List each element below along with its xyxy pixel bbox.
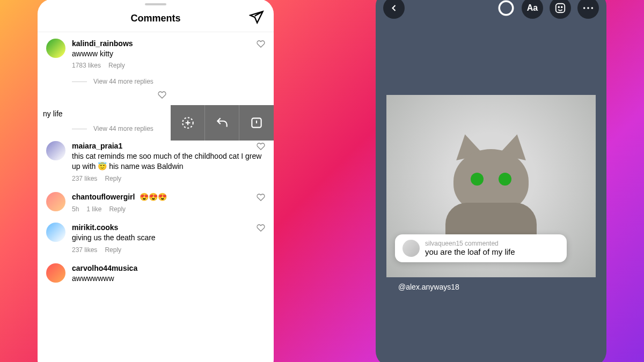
avatar xyxy=(402,240,420,257)
cat-illustration xyxy=(443,133,539,251)
svg-point-8 xyxy=(591,7,594,9)
avatar[interactable] xyxy=(46,263,65,283)
comment-text: this cat reminds me soo much of the chil… xyxy=(72,151,265,172)
username[interactable]: kalindi_rainbows xyxy=(72,39,133,48)
draw-tool-icon[interactable] xyxy=(497,0,515,17)
sticker-tool-icon[interactable] xyxy=(550,0,571,19)
story-editor-screen: Aa silvaqueen15 commented you are the lo… xyxy=(376,0,606,362)
username[interactable]: chantouflowergirl xyxy=(72,193,135,201)
svg-point-7 xyxy=(587,7,589,9)
username[interactable]: carvolho44musica xyxy=(72,264,137,272)
comment-list: kalindi_rainbows awwww kitty 1783 likes … xyxy=(38,32,274,287)
avatar[interactable] xyxy=(46,141,65,160)
comment-item: carvolho44musica awwwwwww xyxy=(38,257,274,287)
back-button[interactable] xyxy=(383,0,405,19)
svg-point-4 xyxy=(558,6,559,8)
comment-item: kalindi_rainbows awwww kitty 1783 likes … xyxy=(38,32,274,73)
story-image: silvaqueen15 commented you are the loaf … xyxy=(386,95,596,277)
likes-count[interactable]: 237 likes xyxy=(72,175,97,182)
like-icon[interactable] xyxy=(257,40,265,48)
story-toolbar: Aa xyxy=(376,0,606,25)
comment-text: 😍😍😍 xyxy=(140,193,167,201)
avatar[interactable] xyxy=(46,192,65,211)
comment-context-menu xyxy=(171,105,274,141)
comment-item: maiara_praia1 this cat reminds me soo mu… xyxy=(38,135,274,186)
reply-button[interactable]: Reply xyxy=(105,175,121,182)
view-more-replies[interactable]: View 44 more replies xyxy=(72,78,274,85)
comment-text: awwww kitty xyxy=(72,49,265,59)
likes-count[interactable]: 1783 likes xyxy=(72,62,101,69)
svg-rect-3 xyxy=(556,3,565,12)
like-icon[interactable] xyxy=(257,193,265,202)
comments-header: Comments xyxy=(38,9,274,32)
reply-button[interactable]: Reply xyxy=(108,62,125,69)
svg-point-5 xyxy=(561,6,562,8)
story-content[interactable]: silvaqueen15 commented you are the loaf … xyxy=(386,95,596,291)
drag-handle[interactable] xyxy=(145,3,166,5)
comment-text: giving us the death scare xyxy=(72,233,265,243)
comment-sticker[interactable]: silvaqueen15 commented you are the loaf … xyxy=(395,234,567,262)
avatar[interactable] xyxy=(46,223,65,242)
time-ago: 5h xyxy=(72,205,79,213)
like-icon[interactable] xyxy=(257,224,265,232)
like-icon[interactable] xyxy=(257,142,265,151)
comment-text: awwwwwww xyxy=(72,274,265,284)
comments-screen: Comments ny life kalindi_rainbows awwww … xyxy=(38,0,274,362)
report-button[interactable] xyxy=(239,105,274,141)
more-options-icon[interactable] xyxy=(577,0,599,19)
share-icon[interactable] xyxy=(249,10,264,25)
reply-button[interactable]: Reply xyxy=(105,246,121,254)
username[interactable]: mirikit.cooks xyxy=(72,223,118,232)
comment-item: mirikit.cooks giving us the death scare … xyxy=(38,216,274,257)
like-icon[interactable] xyxy=(158,91,166,99)
reply-arrow-button[interactable] xyxy=(205,105,239,141)
svg-point-6 xyxy=(583,7,586,9)
avatar[interactable] xyxy=(46,39,65,58)
comment-text: you are the loaf of my life xyxy=(425,247,515,256)
reply-button[interactable]: Reply xyxy=(109,205,126,213)
svg-point-2 xyxy=(499,1,513,15)
commenter-label: silvaqueen15 commented xyxy=(425,240,515,247)
text-tool-icon[interactable]: Aa xyxy=(522,0,543,19)
username[interactable]: maiara_praia1 xyxy=(72,142,122,150)
comments-title: Comments xyxy=(130,13,180,24)
likes-count[interactable]: 1 like xyxy=(86,205,101,213)
mention-tag[interactable]: @alex.anyways18 xyxy=(398,283,596,291)
comment-item: chantouflowergirl 😍😍😍 5h 1 like Reply xyxy=(38,186,274,216)
likes-count[interactable]: 237 likes xyxy=(72,246,97,254)
share-to-story-button[interactable] xyxy=(171,105,205,141)
